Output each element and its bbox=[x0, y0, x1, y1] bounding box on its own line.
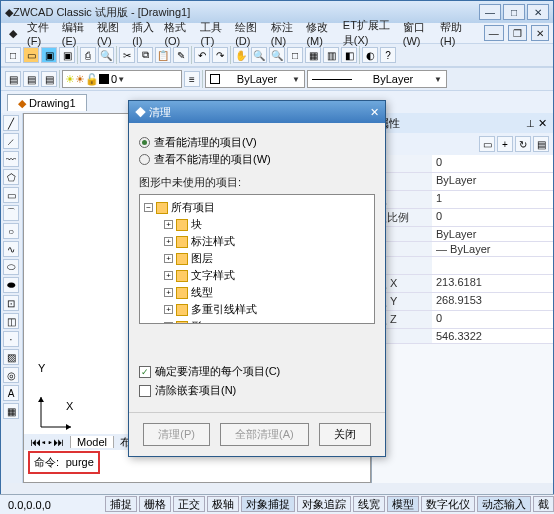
status-对象追踪[interactable]: 对象追踪 bbox=[297, 496, 351, 512]
prop-row[interactable]: — ByLayer bbox=[372, 242, 553, 257]
prop-row[interactable]: 型1 bbox=[372, 191, 553, 209]
polygon-icon[interactable]: ⬠ bbox=[3, 169, 19, 185]
spline-icon[interactable]: ∿ bbox=[3, 241, 19, 257]
props-close-icon[interactable]: ✕ bbox=[538, 117, 547, 129]
status-动态输入[interactable]: 动态输入 bbox=[477, 496, 531, 512]
purge-all-button[interactable]: 全部清理(A) bbox=[220, 423, 309, 446]
app-menu-icon[interactable]: ◆ bbox=[5, 25, 21, 42]
menu-draw[interactable]: 绘图(D) bbox=[231, 18, 265, 49]
tb-icon-4[interactable]: ◧ bbox=[341, 47, 357, 63]
xline-icon[interactable]: ⟋ bbox=[3, 133, 19, 149]
prop-row[interactable]: 型比例0 bbox=[372, 209, 553, 227]
pline-icon[interactable]: 〰 bbox=[3, 151, 19, 167]
radio-not-purgeable[interactable]: 查看不能清理的项目(W) bbox=[139, 152, 375, 167]
ellipse2-icon[interactable]: ⬬ bbox=[3, 277, 19, 293]
doc-minimize[interactable]: — bbox=[484, 25, 504, 41]
help-icon[interactable]: ? bbox=[380, 47, 396, 63]
radio-purgeable[interactable]: 查看能清理的项目(V) bbox=[139, 135, 375, 150]
menu-window[interactable]: 窗口(W) bbox=[399, 18, 434, 49]
confirm-checkbox[interactable]: ✓ 确定要清理的每个项目(C) bbox=[139, 364, 375, 379]
expand-icon[interactable]: + bbox=[164, 305, 173, 314]
tb-icon-2[interactable]: ▦ bbox=[305, 47, 321, 63]
status-捕捉[interactable]: 捕捉 bbox=[105, 496, 137, 512]
point-icon[interactable]: · bbox=[3, 331, 19, 347]
save-icon[interactable]: ▣ bbox=[41, 47, 57, 63]
tree-item[interactable]: +多重引线样式 bbox=[144, 301, 370, 318]
menu-edit[interactable]: 编辑(E) bbox=[58, 18, 91, 49]
close-button[interactable]: ✕ bbox=[527, 4, 549, 20]
tab-model[interactable]: Model bbox=[71, 436, 114, 448]
prop-row[interactable]: 点 Y268.9153 bbox=[372, 293, 553, 311]
expand-icon[interactable]: + bbox=[164, 220, 173, 229]
layer-combo[interactable]: ☀☀🔓 0 ▼ bbox=[62, 70, 182, 88]
menu-view[interactable]: 视图(V) bbox=[93, 18, 126, 49]
insert-icon[interactable]: ⊡ bbox=[3, 295, 19, 311]
purge-button[interactable]: 清理(P) bbox=[143, 423, 210, 446]
doc-close[interactable]: ✕ bbox=[531, 25, 549, 41]
command-line[interactable]: 命令: purge bbox=[28, 451, 100, 474]
preview-icon[interactable]: 🔍 bbox=[98, 47, 114, 63]
status-极轴[interactable]: 极轴 bbox=[207, 496, 239, 512]
menu-insert[interactable]: 插入(I) bbox=[128, 18, 158, 49]
cut-icon[interactable]: ✂ bbox=[119, 47, 135, 63]
tab-nav[interactable]: ⏮◂▸⏭ bbox=[24, 436, 71, 448]
maximize-button[interactable]: □ bbox=[503, 4, 525, 20]
tb-icon-3[interactable]: ▥ bbox=[323, 47, 339, 63]
status-正交[interactable]: 正交 bbox=[173, 496, 205, 512]
close-button[interactable]: 关闭 bbox=[319, 423, 371, 446]
color-combo[interactable]: ByLayer ▼ bbox=[205, 70, 305, 88]
tree-item[interactable]: +图层 bbox=[144, 250, 370, 267]
tb-icon-1[interactable]: □ bbox=[287, 47, 303, 63]
copy-icon[interactable]: ⧉ bbox=[137, 47, 153, 63]
doc-restore[interactable]: ❐ bbox=[508, 25, 527, 41]
region-icon[interactable]: ◎ bbox=[3, 367, 19, 383]
props-tool1-icon[interactable]: ▭ bbox=[479, 136, 495, 152]
zoom-icon[interactable]: 🔍 bbox=[251, 47, 267, 63]
expand-icon[interactable]: + bbox=[164, 288, 173, 297]
items-tree[interactable]: − 所有项目 +块+标注样式+图层+文字样式+线型+多重引线样式+形+表格样式 bbox=[139, 194, 375, 324]
status-数字化仪[interactable]: 数字化仪 bbox=[421, 496, 475, 512]
block-icon[interactable]: ◫ bbox=[3, 313, 19, 329]
tree-item[interactable]: +块 bbox=[144, 216, 370, 233]
props-icon[interactable]: ◐ bbox=[362, 47, 378, 63]
menu-file[interactable]: 文件(F) bbox=[23, 18, 56, 49]
status-栅格[interactable]: 栅格 bbox=[139, 496, 171, 512]
table-icon[interactable]: ▦ bbox=[3, 403, 19, 419]
zoom2-icon[interactable]: 🔍 bbox=[269, 47, 285, 63]
dialog-titlebar[interactable]: ◆ 清理 ✕ bbox=[129, 101, 385, 123]
expand-icon[interactable]: + bbox=[164, 254, 173, 263]
layer2-icon[interactable]: ▤ bbox=[23, 71, 39, 87]
print-icon[interactable]: ⎙ bbox=[80, 47, 96, 63]
prop-row[interactable]: 图0 bbox=[372, 155, 553, 173]
props-tool4-icon[interactable]: ▤ bbox=[533, 136, 549, 152]
layer-icon[interactable]: ▤ bbox=[5, 71, 21, 87]
hatch-icon[interactable]: ▨ bbox=[3, 349, 19, 365]
tree-root[interactable]: − 所有项目 bbox=[144, 199, 370, 216]
status-截[interactable]: 截 bbox=[533, 496, 554, 512]
open-icon[interactable]: ▭ bbox=[23, 47, 39, 63]
expand-icon[interactable]: + bbox=[164, 237, 173, 246]
tab-drawing1[interactable]: ◆ Drawing1 bbox=[7, 94, 87, 111]
menu-tools[interactable]: 工具(T) bbox=[196, 18, 229, 49]
status-线宽[interactable]: 线宽 bbox=[353, 496, 385, 512]
expand-icon[interactable]: + bbox=[164, 271, 173, 280]
status-对象捕捉[interactable]: 对象捕捉 bbox=[241, 496, 295, 512]
status-模型[interactable]: 模型 bbox=[387, 496, 419, 512]
new-icon[interactable]: □ bbox=[5, 47, 21, 63]
tree-item[interactable]: +线型 bbox=[144, 284, 370, 301]
prop-row[interactable]: 图ByLayer bbox=[372, 173, 553, 191]
dialog-close-icon[interactable]: ✕ bbox=[370, 106, 379, 119]
redo-icon[interactable]: ↷ bbox=[212, 47, 228, 63]
rect-icon[interactable]: ▭ bbox=[3, 187, 19, 203]
linetype-combo[interactable]: ByLayer ▼ bbox=[307, 70, 447, 88]
props-tool2-icon[interactable]: + bbox=[497, 136, 513, 152]
prop-row[interactable]: 图 bbox=[372, 257, 553, 275]
paste-icon[interactable]: 📋 bbox=[155, 47, 171, 63]
prop-row[interactable]: 点 Z0 bbox=[372, 311, 553, 329]
saveas-icon[interactable]: ▣ bbox=[59, 47, 75, 63]
tree-item[interactable]: +文字样式 bbox=[144, 267, 370, 284]
match-icon[interactable]: ✎ bbox=[173, 47, 189, 63]
circle-icon[interactable]: ○ bbox=[3, 223, 19, 239]
menu-format[interactable]: 格式(O) bbox=[160, 18, 194, 49]
line-icon[interactable]: ╱ bbox=[3, 115, 19, 131]
